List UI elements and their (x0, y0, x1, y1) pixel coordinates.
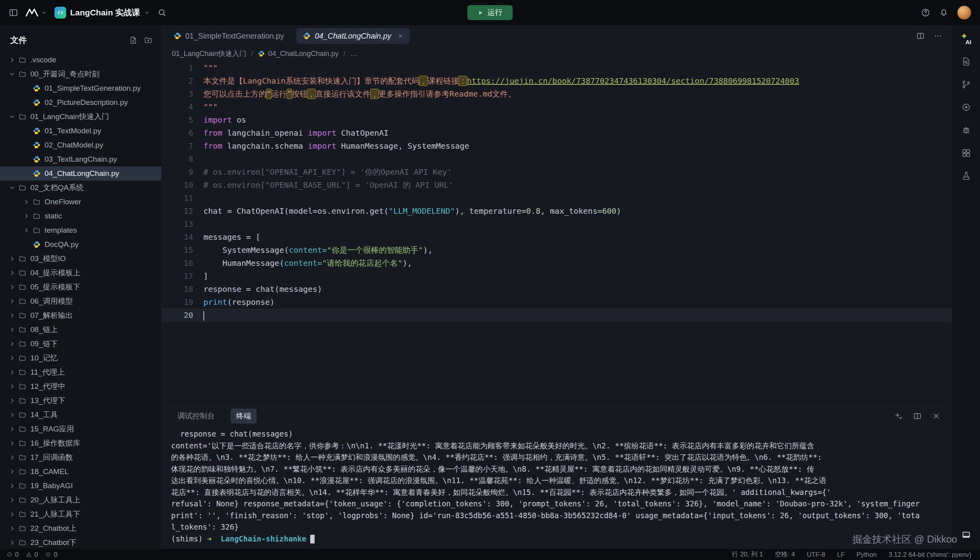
chevron-right-icon[interactable] (7, 468, 17, 475)
code-editor[interactable]: 1"""2本文件是【LangChain系统安装和快速入门】章节的配套代码，课程链… (162, 61, 952, 407)
terminal-window-icon[interactable] (957, 525, 976, 544)
source-control-icon[interactable] (957, 75, 976, 94)
more-actions-icon[interactable] (933, 32, 942, 40)
project-switcher[interactable]: LangChain 实战课 (54, 7, 150, 19)
chevron-right-icon[interactable] (7, 355, 17, 362)
tree-item[interactable]: OneFlower (0, 195, 161, 209)
chevron-right-icon[interactable] (21, 227, 32, 234)
tree-item[interactable]: 00_开篇词_奇点时刻 (0, 67, 161, 81)
tree-item[interactable]: 02_文档QA系统 (0, 181, 161, 195)
tree-item[interactable]: 16_操作数据库 (0, 436, 161, 450)
chevron-right-icon[interactable] (7, 369, 17, 376)
breadcrumb-item[interactable]: 01_LangChain快速入门 (172, 49, 246, 58)
chevron-right-icon[interactable] (7, 482, 17, 489)
debug-icon[interactable] (957, 121, 976, 140)
status-item[interactable]: 3.12.2 64-bit ('shims': pyenv) (889, 551, 971, 558)
close-icon[interactable] (932, 412, 941, 420)
chevron-right-icon[interactable] (7, 440, 17, 447)
chevron-right-icon[interactable] (7, 56, 17, 63)
search-icon[interactable] (157, 8, 167, 17)
preview-icon[interactable] (957, 98, 976, 117)
tree-item[interactable]: 13_代理下 (0, 394, 161, 408)
status-item[interactable]: LF (837, 551, 844, 558)
new-file-icon[interactable] (129, 36, 138, 45)
panel-tab[interactable]: 终端 (231, 409, 257, 424)
new-folder-icon[interactable] (144, 36, 153, 45)
chevron-right-icon[interactable] (7, 298, 17, 305)
status-infos[interactable]: 0 (45, 551, 57, 558)
tree-item[interactable]: 07_解析输出 (0, 308, 161, 323)
terminal-output[interactable]: response = chat(messages)content='以下是一些适… (162, 425, 952, 549)
chevron-right-icon[interactable] (7, 284, 17, 291)
tree-item[interactable]: 05_提示模板下 (0, 280, 161, 294)
tree-item[interactable]: 10_记忆 (0, 351, 161, 365)
notifications-icon[interactable] (939, 8, 948, 17)
chevron-down-icon[interactable] (7, 71, 17, 78)
chevron-right-icon[interactable] (7, 340, 17, 347)
tree-item[interactable]: templates (0, 223, 161, 237)
editor-tab[interactable]: 04_ChatLongChain.py (296, 28, 410, 44)
chevron-down-icon[interactable] (7, 184, 17, 191)
chevron-right-icon[interactable] (7, 411, 17, 418)
chevron-right-icon[interactable] (21, 198, 32, 205)
chevron-right-icon[interactable] (7, 525, 17, 532)
tree-item[interactable]: 21_人脉工具下 (0, 507, 161, 521)
tab-close-icon[interactable] (397, 33, 404, 39)
tree-item[interactable]: static (0, 209, 161, 223)
tree-item[interactable]: 03_TextLangChain.py (0, 152, 161, 166)
tree-item[interactable]: 02_PictureDescription.py (0, 95, 161, 110)
tree-item[interactable]: 11_代理上 (0, 365, 161, 379)
beaker-icon[interactable] (957, 166, 976, 185)
tree-item[interactable]: 15_RAG应用 (0, 422, 161, 436)
panel-tab[interactable]: 调试控制台 (172, 409, 220, 424)
tree-item[interactable]: 08_链上 (0, 323, 161, 337)
chevron-right-icon[interactable] (7, 397, 17, 404)
chevron-right-icon[interactable] (21, 213, 32, 220)
tree-item[interactable]: 03_模型IO (0, 252, 161, 266)
tree-item[interactable]: .vscode (0, 53, 161, 67)
chevron-right-icon[interactable] (7, 454, 17, 461)
tree-item[interactable]: 22_Chatbot上 (0, 521, 161, 536)
chevron-right-icon[interactable] (7, 497, 17, 504)
breadcrumb-item[interactable]: 04_ChatLongChain.py (258, 50, 339, 58)
status-warnings[interactable]: 0 (26, 551, 38, 558)
tree-item[interactable]: 01_TextModel.py (0, 124, 161, 138)
chevron-right-icon[interactable] (7, 255, 17, 262)
tree-item[interactable]: 01_SimpleTextGeneration.py (0, 81, 161, 95)
tree-item[interactable]: 20_人脉工具上 (0, 493, 161, 507)
tree-item[interactable]: 23_Chatbot下 (0, 536, 161, 549)
status-errors[interactable]: 0 (6, 551, 19, 558)
status-item[interactable]: 空格: 4 (775, 550, 795, 559)
tree-item[interactable]: 06_调用模型 (0, 294, 161, 308)
tree-item[interactable]: 17_回调函数 (0, 450, 161, 465)
new-terminal-icon[interactable] (894, 412, 903, 420)
status-item[interactable]: 行 20, 列 1 (732, 550, 763, 559)
split-panel-icon[interactable] (913, 412, 922, 420)
extensions-icon[interactable] (957, 144, 976, 162)
status-item[interactable]: UTF-8 (807, 551, 825, 558)
run-button[interactable]: 运行 (468, 5, 513, 20)
chevron-right-icon[interactable] (7, 539, 17, 546)
tree-item[interactable]: 02_ChatModel.py (0, 138, 161, 152)
chevron-down-icon[interactable] (7, 113, 17, 120)
tree-item[interactable]: 19_BabyAGI (0, 479, 161, 493)
chevron-right-icon[interactable] (7, 269, 17, 276)
editor-tab[interactable]: 01_SimpleTextGeneration.py (167, 28, 290, 44)
tree-item[interactable]: 12_代理中 (0, 379, 161, 394)
tree-item[interactable]: 09_链下 (0, 337, 161, 351)
help-icon[interactable] (921, 8, 930, 17)
chevron-right-icon[interactable] (7, 426, 17, 433)
avatar[interactable] (957, 6, 971, 20)
sidebar-toggle-icon[interactable] (9, 8, 18, 17)
status-item[interactable]: Python (857, 551, 877, 558)
tree-item[interactable]: 01_LangChain快速入门 (0, 110, 161, 124)
tree-item[interactable]: 14_工具 (0, 408, 161, 422)
breadcrumb-item[interactable]: … (350, 50, 357, 58)
split-editor-icon[interactable] (916, 32, 925, 40)
ai-assistant-icon[interactable]: AI (957, 29, 976, 48)
file-search-icon[interactable] (957, 52, 976, 71)
tree-item[interactable]: DocQA.py (0, 237, 161, 252)
tree-item[interactable]: 04_ChatLongChain.py (0, 166, 161, 181)
app-logo[interactable] (25, 8, 47, 17)
chevron-right-icon[interactable] (7, 511, 17, 518)
